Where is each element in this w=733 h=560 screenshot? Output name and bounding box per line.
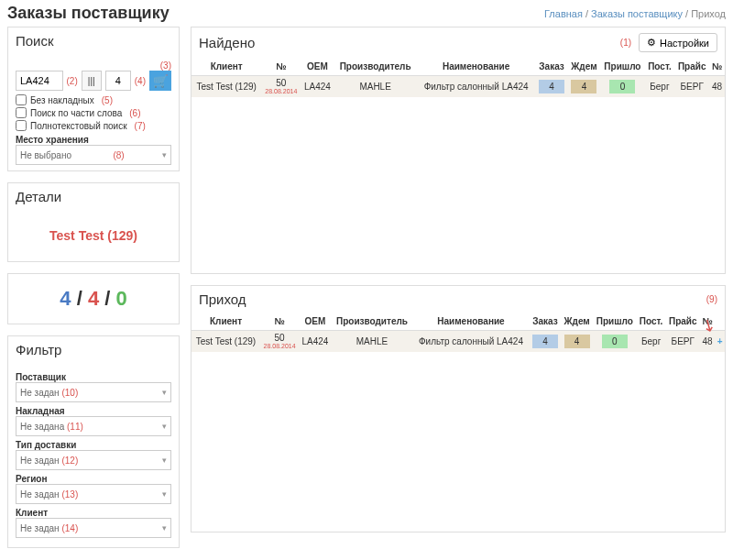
- add-icon[interactable]: +: [717, 336, 723, 346]
- details-client: Test Test (129): [8, 210, 179, 261]
- breadcrumb-home[interactable]: Главная: [544, 8, 583, 19]
- supplier-label: Поставщик: [16, 372, 171, 382]
- col-wait: Ждем: [568, 58, 600, 76]
- quantity-input[interactable]: [105, 71, 131, 91]
- annotation-13: (13): [61, 489, 78, 500]
- breadcrumb-orders[interactable]: Заказы поставщику: [591, 8, 683, 19]
- count-arrived: 0: [115, 287, 126, 310]
- counts-panel: 4 / 4 / 0: [7, 273, 180, 324]
- breadcrumb-current: Приход: [691, 8, 726, 19]
- annotation-7: (7): [135, 121, 146, 131]
- col-name: Наименование: [417, 58, 536, 76]
- gear-icon: ⚙: [647, 37, 656, 49]
- counts-row: 4 / 4 / 0: [8, 274, 179, 324]
- settings-button[interactable]: ⚙ Настройки: [639, 33, 717, 52]
- barcode-icon: |||: [88, 76, 95, 86]
- annotation-5: (5): [102, 95, 113, 105]
- storage-select[interactable]: Не выбрано (8): [16, 145, 171, 165]
- incoming-title: Приход: [199, 291, 246, 307]
- incoming-panel: Приход (9) ↘ Клиент № ОЕМ Производитель …: [191, 285, 726, 533]
- annotation-1: (1): [620, 38, 631, 48]
- found-title: Найдено: [199, 35, 255, 50]
- invoice-select[interactable]: Не задана (11): [16, 416, 171, 436]
- col-arrived: Пришло: [600, 58, 645, 76]
- delivery-select[interactable]: Не задан (12): [16, 450, 171, 470]
- details-panel: Детали Test Test (129): [7, 182, 180, 262]
- checkbox-partial[interactable]: [16, 107, 27, 118]
- col-order: Заказ: [536, 58, 568, 76]
- col-num: №: [261, 58, 301, 76]
- annotation-4: (4): [135, 76, 146, 86]
- annotation-11: (11): [67, 422, 83, 432]
- filter-panel: Фильтр Поставщик Не задан (10) Накладная…: [7, 335, 180, 548]
- search-title: Поиск: [8, 27, 179, 54]
- settings-label: Настройки: [660, 38, 709, 49]
- search-input[interactable]: [16, 71, 63, 91]
- col-price: Прайс: [674, 58, 709, 76]
- checkbox-no-invoices[interactable]: [16, 94, 27, 105]
- label-partial: Поиск по части слова: [30, 108, 122, 118]
- storage-label: Место хранения: [16, 135, 171, 145]
- page-title: Заказы поставщику: [7, 4, 170, 23]
- invoice-label: Накладная: [16, 406, 171, 416]
- col-client: Клиент: [191, 58, 261, 76]
- header: Заказы поставщику Главная / Заказы поста…: [0, 0, 733, 27]
- annotation-10: (10): [61, 388, 78, 398]
- incoming-table: Клиент № ОЕМ Производитель Наименование …: [191, 313, 725, 352]
- search-panel: Поиск (3) (2) ||| (4) 🛒: [7, 27, 180, 171]
- cart-icon: 🛒: [153, 74, 169, 88]
- col-oem: ОЕМ: [301, 58, 334, 76]
- annotation-2: (2): [67, 76, 78, 86]
- annotation-9: (9): [706, 294, 717, 304]
- barcode-button[interactable]: |||: [82, 71, 102, 91]
- table-row[interactable]: Test Test (129) 5028.08.2014 LA424 MAHLE…: [191, 331, 725, 353]
- region-select[interactable]: Не задан (13): [16, 484, 171, 504]
- filter-title: Фильтр: [8, 336, 179, 363]
- col-supp: Пост.: [645, 58, 674, 76]
- order-cell[interactable]: 4: [539, 80, 564, 93]
- col-manuf: Производитель: [334, 58, 417, 76]
- col-n2: №: [709, 58, 725, 76]
- storage-value: Не выбрано: [20, 150, 71, 160]
- client-label: Клиент: [16, 508, 171, 518]
- table-row[interactable]: Test Test (129) 5028.08.2014 LA424 MAHLE…: [191, 76, 725, 98]
- breadcrumb: Главная / Заказы поставщику / Приход: [544, 8, 726, 19]
- annotation-8: (8): [113, 150, 124, 160]
- label-no-invoices: Без накладных: [30, 95, 94, 105]
- arrived-cell[interactable]: 0: [609, 80, 635, 93]
- found-panel: Найдено (1) ⚙ Настройки Клиент №: [191, 27, 726, 274]
- region-label: Регион: [16, 474, 171, 484]
- checkbox-fulltext[interactable]: [16, 120, 27, 131]
- details-title: Детали: [8, 183, 179, 210]
- cart-button[interactable]: 🛒: [149, 71, 171, 91]
- count-wait: 4: [88, 287, 99, 310]
- label-fulltext: Полнотекстовый поиск: [30, 121, 127, 131]
- found-table: Клиент № ОЕМ Производитель Наименование …: [191, 58, 725, 97]
- annotation-3: (3): [160, 60, 171, 71]
- annotation-14: (14): [61, 523, 78, 533]
- supplier-select[interactable]: Не задан (10): [16, 382, 171, 402]
- annotation-12: (12): [61, 456, 78, 466]
- delivery-label: Тип доставки: [16, 440, 171, 450]
- wait-cell[interactable]: 4: [571, 80, 596, 93]
- count-order: 4: [60, 287, 71, 310]
- client-select[interactable]: Не задан (14): [16, 518, 171, 538]
- annotation-6: (6): [129, 108, 140, 118]
